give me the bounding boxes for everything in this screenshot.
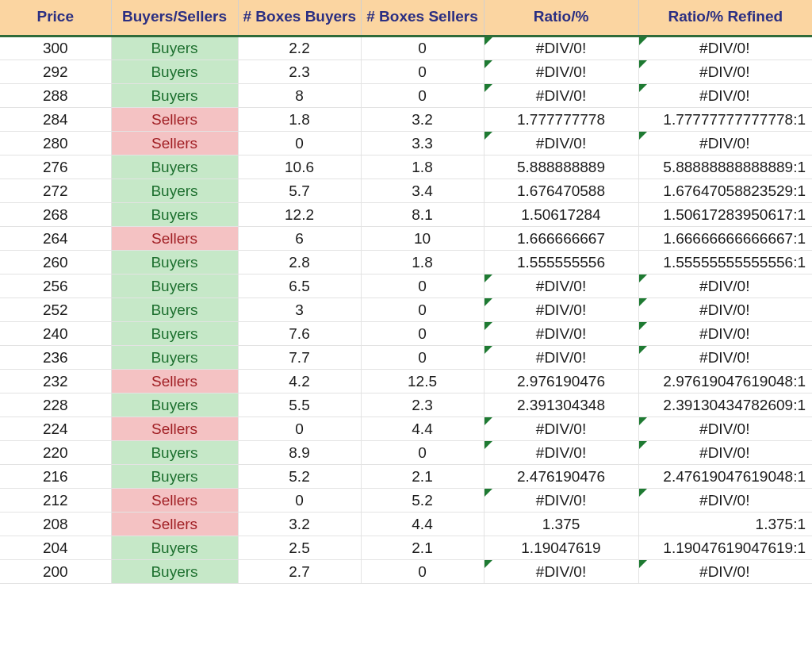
cell-price[interactable]: 300 [0,36,111,60]
cell-boxes-buyers[interactable]: 8 [238,84,361,108]
cell-ratio[interactable]: #DIV/0! [484,322,638,346]
cell-boxes-sellers[interactable]: 12.5 [361,370,484,394]
cell-ratio[interactable]: #DIV/0! [484,441,638,465]
cell-buyers-sellers[interactable]: Buyers [111,203,238,227]
cell-ratio-refined[interactable]: #DIV/0! [638,322,812,346]
cell-ratio[interactable]: #DIV/0! [484,132,638,155]
cell-ratio-refined[interactable]: #DIV/0! [638,84,812,108]
cell-ratio-refined[interactable]: 2.47619047619048:1 [638,465,812,489]
cell-price[interactable]: 216 [0,465,111,489]
cell-boxes-buyers[interactable]: 2.3 [238,60,361,84]
header-ratio-refined[interactable]: Ratio/% Refined [638,0,812,36]
cell-price[interactable]: 204 [0,536,111,560]
cell-ratio-refined[interactable]: #DIV/0! [638,60,812,84]
cell-buyers-sellers[interactable]: Buyers [111,251,238,275]
cell-ratio[interactable]: 1.375 [484,513,638,536]
cell-buyers-sellers[interactable]: Buyers [111,155,238,179]
cell-price[interactable]: 284 [0,108,111,132]
cell-boxes-buyers[interactable]: 7.6 [238,322,361,346]
cell-boxes-sellers[interactable]: 0 [361,346,484,370]
cell-boxes-buyers[interactable]: 5.7 [238,179,361,203]
header-boxes-sellers[interactable]: # Boxes Sellers [361,0,484,36]
cell-price[interactable]: 256 [0,275,111,298]
cell-price[interactable]: 236 [0,346,111,370]
cell-price[interactable]: 260 [0,251,111,275]
cell-ratio[interactable]: #DIV/0! [484,417,638,441]
cell-price[interactable]: 240 [0,322,111,346]
header-boxes-buyers[interactable]: # Boxes Buyers [238,0,361,36]
cell-boxes-sellers[interactable]: 3.4 [361,179,484,203]
cell-ratio-refined[interactable]: 1.19047619047619:1 [638,536,812,560]
cell-ratio[interactable]: 1.676470588 [484,179,638,203]
cell-boxes-sellers[interactable]: 0 [361,275,484,298]
cell-price[interactable]: 228 [0,394,111,417]
header-price[interactable]: Price [0,0,111,36]
cell-boxes-buyers[interactable]: 5.5 [238,394,361,417]
cell-boxes-buyers[interactable]: 3.2 [238,513,361,536]
cell-buyers-sellers[interactable]: Buyers [111,179,238,203]
cell-ratio[interactable]: 2.976190476 [484,370,638,394]
cell-ratio[interactable]: #DIV/0! [484,560,638,584]
cell-buyers-sellers[interactable]: Buyers [111,560,238,584]
cell-buyers-sellers[interactable]: Buyers [111,465,238,489]
cell-boxes-sellers[interactable]: 3.2 [361,108,484,132]
cell-ratio-refined[interactable]: 1.67647058823529:1 [638,179,812,203]
cell-boxes-sellers[interactable]: 2.3 [361,394,484,417]
cell-ratio[interactable]: 2.476190476 [484,465,638,489]
cell-boxes-sellers[interactable]: 5.2 [361,489,484,513]
cell-price[interactable]: 268 [0,203,111,227]
cell-boxes-sellers[interactable]: 2.1 [361,536,484,560]
cell-buyers-sellers[interactable]: Sellers [111,132,238,155]
cell-price[interactable]: 280 [0,132,111,155]
cell-boxes-sellers[interactable]: 0 [361,60,484,84]
cell-boxes-buyers[interactable]: 2.5 [238,536,361,560]
cell-boxes-buyers[interactable]: 12.2 [238,203,361,227]
cell-boxes-sellers[interactable]: 0 [361,36,484,60]
cell-boxes-sellers[interactable]: 0 [361,298,484,322]
cell-buyers-sellers[interactable]: Buyers [111,536,238,560]
cell-boxes-buyers[interactable]: 2.2 [238,36,361,60]
cell-ratio[interactable]: #DIV/0! [484,489,638,513]
cell-ratio-refined[interactable]: #DIV/0! [638,36,812,60]
cell-ratio-refined[interactable]: 1.50617283950617:1 [638,203,812,227]
cell-boxes-buyers[interactable]: 0 [238,417,361,441]
cell-boxes-buyers[interactable]: 7.7 [238,346,361,370]
cell-ratio-refined[interactable]: #DIV/0! [638,346,812,370]
cell-ratio-refined[interactable]: #DIV/0! [638,489,812,513]
cell-boxes-buyers[interactable]: 3 [238,298,361,322]
cell-boxes-sellers[interactable]: 0 [361,322,484,346]
cell-ratio-refined[interactable]: #DIV/0! [638,417,812,441]
cell-boxes-buyers[interactable]: 0 [238,132,361,155]
cell-ratio-refined[interactable]: #DIV/0! [638,560,812,584]
cell-buyers-sellers[interactable]: Buyers [111,84,238,108]
cell-buyers-sellers[interactable]: Buyers [111,322,238,346]
cell-ratio-refined[interactable]: #DIV/0! [638,441,812,465]
cell-boxes-buyers[interactable]: 6.5 [238,275,361,298]
cell-ratio[interactable]: 1.777777778 [484,108,638,132]
cell-boxes-sellers[interactable]: 0 [361,441,484,465]
cell-boxes-buyers[interactable]: 2.8 [238,251,361,275]
cell-price[interactable]: 212 [0,489,111,513]
cell-boxes-buyers[interactable]: 1.8 [238,108,361,132]
cell-price[interactable]: 288 [0,84,111,108]
cell-ratio[interactable]: 1.666666667 [484,227,638,251]
cell-ratio-refined[interactable]: 1.375:1 [638,513,812,536]
cell-boxes-sellers[interactable]: 3.3 [361,132,484,155]
cell-price[interactable]: 292 [0,60,111,84]
cell-buyers-sellers[interactable]: Buyers [111,36,238,60]
cell-ratio-refined[interactable]: #DIV/0! [638,298,812,322]
cell-boxes-sellers[interactable]: 8.1 [361,203,484,227]
cell-price[interactable]: 232 [0,370,111,394]
cell-ratio-refined[interactable]: 1.66666666666667:1 [638,227,812,251]
cell-buyers-sellers[interactable]: Buyers [111,441,238,465]
cell-buyers-sellers[interactable]: Buyers [111,60,238,84]
cell-price[interactable]: 264 [0,227,111,251]
cell-buyers-sellers[interactable]: Buyers [111,298,238,322]
cell-buyers-sellers[interactable]: Sellers [111,417,238,441]
header-ratio[interactable]: Ratio/% [484,0,638,36]
cell-boxes-sellers[interactable]: 4.4 [361,513,484,536]
cell-ratio-refined[interactable]: 1.55555555555556:1 [638,251,812,275]
cell-ratio-refined[interactable]: #DIV/0! [638,275,812,298]
cell-price[interactable]: 220 [0,441,111,465]
cell-boxes-sellers[interactable]: 0 [361,560,484,584]
